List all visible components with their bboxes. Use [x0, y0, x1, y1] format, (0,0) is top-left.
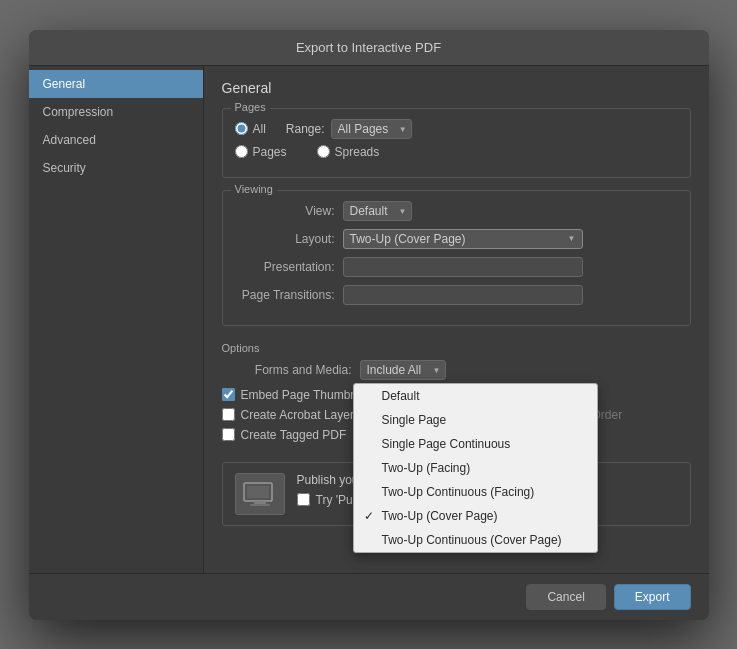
- dropdown-two-up-facing[interactable]: Two-Up (Facing): [354, 456, 597, 480]
- range-label: Range:: [286, 122, 325, 136]
- viewing-group-label: Viewing: [231, 183, 277, 195]
- create-layers-label: Create Acrobat Layers: [241, 408, 360, 422]
- spreads-label: Spreads: [335, 145, 380, 159]
- all-radio[interactable]: [235, 122, 248, 135]
- dropdown-single-page[interactable]: Single Page: [354, 408, 597, 432]
- forms-media-select-wrapper: Include All: [360, 360, 446, 380]
- publish-online-checkbox[interactable]: [297, 493, 310, 506]
- range-select-wrapper: All Pages: [331, 119, 412, 139]
- svg-rect-3: [250, 504, 270, 506]
- viewing-group: Viewing View: Default Layout: Two-Up (Co…: [222, 190, 691, 326]
- pages-radio[interactable]: [235, 145, 248, 158]
- dropdown-default[interactable]: Default: [354, 384, 597, 408]
- forms-media-select[interactable]: Include All: [360, 360, 446, 380]
- range-select[interactable]: All Pages: [331, 119, 412, 139]
- dropdown-two-up-continuous-cover[interactable]: Two-Up Continuous (Cover Page): [354, 528, 597, 552]
- svg-rect-1: [247, 486, 269, 498]
- dropdown-two-up-continuous-facing[interactable]: Two-Up Continuous (Facing): [354, 480, 597, 504]
- all-label: All: [253, 122, 266, 136]
- dropdown-single-page-continuous[interactable]: Single Page Continuous: [354, 432, 597, 456]
- all-radio-group: All: [235, 122, 266, 136]
- svg-rect-2: [254, 501, 266, 504]
- dialog-footer: Cancel Export: [29, 573, 709, 620]
- spreads-radio[interactable]: [317, 145, 330, 158]
- section-title: General: [222, 80, 691, 96]
- presentation-label: Presentation:: [235, 260, 335, 274]
- cancel-button[interactable]: Cancel: [526, 584, 605, 610]
- presentation-row: Presentation:: [235, 257, 678, 277]
- create-layers-checkbox[interactable]: [222, 408, 235, 421]
- main-content: General Pages All Range: All Pages: [204, 66, 709, 573]
- view-label: View:: [235, 204, 335, 218]
- forms-media-label: Forms and Media:: [222, 363, 352, 377]
- view-row: View: Default: [235, 201, 678, 221]
- pages-group: Pages All Range: All Pages: [222, 108, 691, 178]
- view-select[interactable]: Default: [343, 201, 412, 221]
- spreads-radio-group: Spreads: [317, 145, 380, 159]
- transitions-row: Page Transitions:: [235, 285, 678, 305]
- pages-radio-group: Pages: [235, 145, 287, 159]
- layout-dropdown: Default Single Page Single Page Continuo…: [353, 383, 598, 553]
- view-select-wrapper: Default: [343, 201, 412, 221]
- pages-radio-row: All Range: All Pages: [235, 119, 678, 139]
- embed-thumbnails-checkbox[interactable]: [222, 388, 235, 401]
- export-button[interactable]: Export: [614, 584, 691, 610]
- layout-row: Layout: Two-Up (Cover Page): [235, 229, 678, 249]
- page-transitions-input[interactable]: [343, 285, 583, 305]
- sidebar: General Compression Advanced Security: [29, 66, 204, 573]
- options-title: Options: [222, 342, 691, 354]
- dialog-body: General Compression Advanced Security Ge…: [29, 66, 709, 573]
- forms-media-row: Forms and Media: Include All: [222, 360, 691, 380]
- range-group: Range: All Pages: [286, 119, 412, 139]
- transitions-label: Page Transitions:: [235, 288, 335, 302]
- dropdown-two-up-cover[interactable]: Two-Up (Cover Page): [354, 504, 597, 528]
- create-tagged-checkbox[interactable]: [222, 428, 235, 441]
- sidebar-item-security[interactable]: Security: [29, 154, 203, 182]
- layout-label: Layout:: [235, 232, 335, 246]
- pages-label: Pages: [253, 145, 287, 159]
- publish-icon: [235, 473, 285, 515]
- presentation-input[interactable]: [343, 257, 583, 277]
- dialog-title: Export to Interactive PDF: [29, 30, 709, 66]
- layout-select[interactable]: Two-Up (Cover Page): [343, 229, 583, 249]
- create-tagged-label: Create Tagged PDF: [241, 428, 347, 442]
- pages-group-label: Pages: [231, 101, 270, 113]
- sidebar-item-advanced[interactable]: Advanced: [29, 126, 203, 154]
- sidebar-item-compression[interactable]: Compression: [29, 98, 203, 126]
- sidebar-item-general[interactable]: General: [29, 70, 203, 98]
- export-dialog: Export to Interactive PDF General Compre…: [29, 30, 709, 620]
- pages-spreads-row: Pages Spreads: [235, 145, 678, 159]
